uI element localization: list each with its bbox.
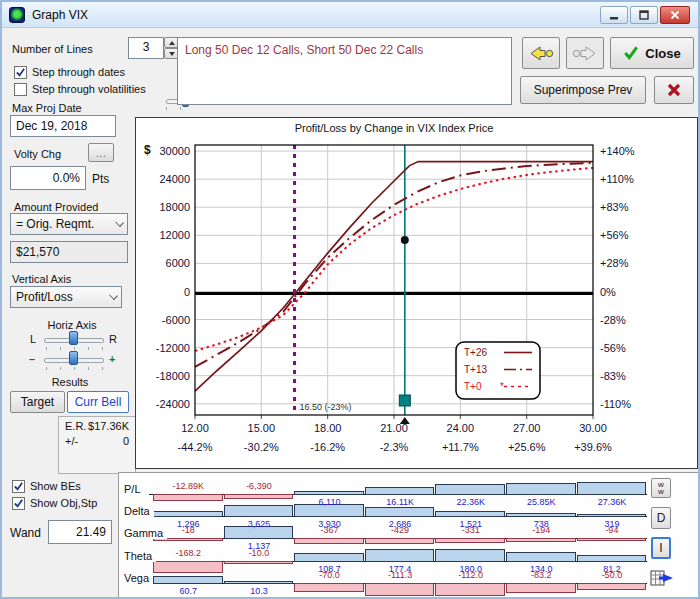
horiz-slider-ticks <box>46 347 104 350</box>
chevron-down-icon <box>115 218 124 227</box>
expected-result-box: E.R. $17.36K +/- 0 <box>58 416 136 474</box>
greek-value: -168.2 <box>153 548 224 558</box>
greek-bar <box>365 538 435 544</box>
greek-bar <box>435 511 505 517</box>
greek-value: -70.0 <box>294 570 365 580</box>
greek-bar <box>577 583 647 590</box>
number-of-lines-value[interactable]: 3 <box>128 37 164 59</box>
greek-bar <box>365 507 435 517</box>
mini-slider-ticks <box>166 107 190 110</box>
x-tick-pct: +25.6% <box>508 441 546 453</box>
greek-bar <box>577 482 647 495</box>
step-vol-checkbox[interactable] <box>14 83 27 96</box>
right-tick-label: +83% <box>600 201 629 213</box>
step-vol-label: Step through volatilities <box>32 83 146 95</box>
superimpose-prev-button[interactable]: Superimpose Prev <box>520 76 646 104</box>
er-label: E.R. <box>65 420 86 432</box>
right-tick-label: -28% <box>600 314 626 326</box>
volty-chg-input[interactable] <box>10 166 86 190</box>
minimize-button[interactable] <box>600 6 628 24</box>
chevron-down-icon <box>109 291 118 300</box>
greeks-i-button[interactable]: I <box>651 537 671 559</box>
greek-bar <box>435 549 505 562</box>
amount-provided-value: = Orig. Reqmt. <box>16 217 94 231</box>
right-tick-label: +28% <box>600 257 629 269</box>
number-of-lines-label: Number of Lines <box>12 43 93 55</box>
greek-row-label: Theta <box>124 550 156 562</box>
max-proj-date-input[interactable] <box>10 115 116 137</box>
greek-bar <box>577 555 647 562</box>
forward-arrow-icon <box>572 45 598 62</box>
marker-dot[interactable] <box>401 236 409 244</box>
close-window-button[interactable] <box>660 6 690 24</box>
greek-bar <box>435 484 505 495</box>
x-tick-price: 18.00 <box>314 422 342 434</box>
prev-graph-button[interactable] <box>522 37 560 69</box>
vertical-axis-value: Profit/Loss <box>16 290 73 304</box>
legend-entry: T+0 <box>464 381 482 392</box>
greek-bar <box>294 491 364 495</box>
volty-ellipsis-button[interactable]: ... <box>88 143 114 162</box>
y-tick-label: 18000 <box>159 201 190 213</box>
horiz-slider-thumb[interactable] <box>69 331 78 345</box>
greek-bar <box>435 583 505 596</box>
greek-bar <box>506 552 576 562</box>
target-button[interactable]: Target <box>10 391 65 413</box>
vertical-axis-select[interactable]: Profit/Loss <box>10 286 122 308</box>
wand-handle[interactable] <box>399 395 410 406</box>
position-description[interactable]: Long 50 Dec 12 Calls, Short 50 Dec 22 Ca… <box>177 37 512 105</box>
greek-bar <box>577 538 647 541</box>
er-value: $17.36K <box>88 420 129 432</box>
pts-label: Pts <box>92 172 109 186</box>
greek-value: 16.11K <box>365 497 436 507</box>
red-x-icon <box>666 82 682 98</box>
greek-value: -367 <box>294 525 365 535</box>
x-tick-price: 24.00 <box>447 422 475 434</box>
x-tick-price: 15.00 <box>248 422 276 434</box>
y-tick-label: 6000 <box>166 257 190 269</box>
x-tick-pct: -30.2% <box>244 441 279 453</box>
greek-bar <box>506 583 576 593</box>
greek-value: 27.36K <box>577 497 648 507</box>
y-tick-label: 12000 <box>159 229 190 241</box>
greeks-ww-button[interactable]: w w <box>651 478 671 498</box>
zoom-slider-minus-label: – <box>29 353 35 365</box>
delete-button[interactable] <box>654 76 694 104</box>
maximize-icon <box>638 9 650 21</box>
greek-value: -10.0 <box>224 548 295 558</box>
zoom-slider-ticks <box>46 367 104 370</box>
y-tick-label: -18000 <box>156 370 190 382</box>
greek-value: -83.2 <box>506 570 577 580</box>
legend-entry: T+13 <box>464 364 488 375</box>
wand-input[interactable] <box>48 520 112 544</box>
y-tick-label: -24000 <box>156 398 190 410</box>
minimize-icon <box>608 9 620 21</box>
zoom-slider-thumb[interactable] <box>69 351 78 365</box>
vertical-axis-label: Vertical Axis <box>12 273 71 285</box>
greeks-d-button[interactable]: D <box>651 507 671 529</box>
show-obj-checkbox[interactable] <box>12 497 25 510</box>
greek-value: -12.89K <box>153 481 224 491</box>
greek-bar <box>365 487 435 495</box>
x-tick-pct: +11.7% <box>442 441 479 453</box>
close-button[interactable]: Close <box>610 37 694 69</box>
amount-provided-select[interactable]: = Orig. Reqmt. <box>10 213 128 235</box>
step-dates-checkbox[interactable] <box>14 66 27 79</box>
greek-value: 10.3 <box>224 586 295 596</box>
chart-legend: T+26T+13T+0* <box>456 342 540 399</box>
greek-bar <box>294 553 364 562</box>
curr-bell-button[interactable]: Curr Bell <box>67 391 129 413</box>
greek-bar <box>294 538 364 544</box>
right-tick-label: -110% <box>600 398 631 410</box>
greek-value: 22.36K <box>435 497 506 507</box>
right-tick-label: +110% <box>600 173 634 185</box>
maximize-button[interactable] <box>630 6 658 24</box>
wand-axis-pointer[interactable] <box>400 417 410 424</box>
zoom-slider-plus-label: + <box>109 353 115 365</box>
close-button-label: Close <box>645 46 680 61</box>
show-bes-checkbox[interactable] <box>12 480 25 493</box>
greek-value: 6,110 <box>294 497 365 507</box>
next-graph-button[interactable] <box>566 37 604 69</box>
greek-bar <box>506 483 576 495</box>
export-button[interactable] <box>649 566 675 590</box>
